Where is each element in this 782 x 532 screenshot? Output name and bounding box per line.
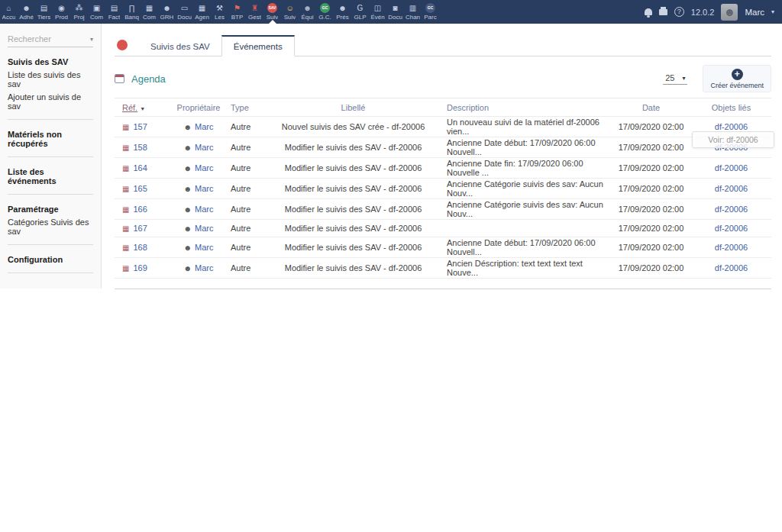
menu-item-prod[interactable]: ◉Prod [53, 0, 70, 24]
menu-item-agen[interactable]: ▦Agen [193, 0, 211, 24]
linked-object-link[interactable]: df-20006 [715, 205, 748, 214]
menu-item-btp[interactable]: ⚑BTP [228, 0, 246, 24]
sidebar-heading[interactable]: Matériels non récupérés [8, 130, 93, 148]
description-cell: Ancien Déscription: text text text text … [443, 258, 611, 279]
menu-item-équi[interactable]: ☻Équi [299, 0, 316, 24]
forklift-icon: ♜ [251, 3, 258, 13]
menu-item-label: Prod [55, 14, 68, 21]
chevron-down-icon[interactable]: ▾ [771, 8, 774, 15]
menu-item-accu[interactable]: ⌂Accu [0, 0, 18, 24]
search-input[interactable] [8, 34, 78, 44]
menu-item-adhé[interactable]: ☻Adhé [18, 0, 35, 24]
menu-item-label: GRH [160, 14, 174, 21]
sidebar-heading[interactable]: Suivis des SAV [8, 57, 93, 66]
menu-item-évén[interactable]: ◫Évén [369, 0, 386, 24]
event-ref-link[interactable]: 165 [133, 184, 147, 193]
owner-link[interactable]: Marc [195, 184, 213, 193]
sort-link[interactable]: Réf. [122, 103, 137, 112]
column-header[interactable]: Description [443, 98, 611, 117]
menu-item-chan[interactable]: ▥Chan [404, 0, 422, 24]
menu-item-com[interactable]: ▦Com [141, 0, 158, 24]
menu-item-proj[interactable]: ⁂Proj [70, 0, 88, 24]
date-cell: 17/09/2020 02:00 [611, 158, 691, 179]
column-header[interactable]: Réf.▼ [115, 98, 176, 117]
menu-item-label: Accu [2, 14, 16, 21]
menu-item-glp[interactable]: GGLP [351, 0, 369, 24]
menu-item-suiv[interactable]: SAVSuiv [263, 0, 281, 24]
event-ref-link[interactable]: 157 [133, 122, 147, 131]
linked-object-link[interactable]: df-20006 [715, 224, 748, 233]
event-ref-link[interactable]: 167 [133, 224, 147, 233]
column-header[interactable]: Date [611, 98, 691, 117]
menu-item-les[interactable]: ⚒Les [211, 0, 228, 24]
menu-item-gest[interactable]: ♜Gest [246, 0, 263, 24]
chevron-down-icon: ▾ [682, 75, 685, 82]
user-avatar[interactable]: ☻ [721, 4, 738, 21]
user-menu[interactable]: Marc [745, 8, 764, 17]
date-cell: 17/09/2020 02:00 [611, 137, 691, 158]
sidebar-item[interactable]: Ajouter un suivis de sav [8, 92, 93, 111]
tab-suivis-des-sav[interactable]: Suivis des SAV [139, 37, 221, 56]
menu-item-label: Com [90, 14, 103, 21]
print-icon[interactable] [659, 9, 667, 15]
owner-link[interactable]: Marc [195, 243, 213, 252]
event-ref-link[interactable]: 168 [133, 243, 147, 252]
sidebar-item[interactable]: Catégories Suivis des sav [8, 218, 93, 236]
sidebar-nav: Suivis des SAVListe des suivis des savAj… [8, 57, 93, 273]
menu-item-docu[interactable]: ◙Docu [386, 0, 404, 24]
table-footer-row [115, 279, 771, 289]
menu-item-com[interactable]: ▣Com [88, 0, 105, 24]
ref-cell: ▦169 [115, 258, 176, 279]
column-header[interactable]: Libellé [263, 98, 443, 117]
ref-cell: ▦157 [115, 117, 176, 137]
event-ref-link[interactable]: 164 [133, 163, 147, 172]
linked-object-link[interactable]: df-20006 [715, 263, 748, 272]
sav-badge-icon: SAV [267, 3, 277, 13]
sidebar-heading[interactable]: Liste des événements [8, 167, 93, 185]
helmet-user-icon: ☺ [286, 3, 293, 13]
linked-object-link[interactable]: df-20006 [715, 243, 748, 252]
search-dropdown-caret-icon[interactable]: ▾ [90, 36, 93, 43]
bank-icon: ∏ [128, 3, 134, 13]
page-size-select[interactable]: 25 ▾ [663, 73, 687, 85]
menu-item-docu[interactable]: ▭Docu [176, 0, 193, 24]
menu-item-fact[interactable]: ▤Fact [105, 0, 123, 24]
date-cell: 17/09/2020 02:00 [611, 258, 691, 279]
menu-item-grh[interactable]: ☻GRH [158, 0, 176, 24]
event-ref-link[interactable]: 169 [133, 263, 147, 272]
calendar-icon: ▦ [122, 164, 129, 172]
sidebar-heading[interactable]: Configuration [8, 255, 93, 264]
menu-item-prés[interactable]: ☻Prés [334, 0, 351, 24]
create-event-button[interactable]: + Créer événement [703, 65, 771, 92]
owner-link[interactable]: Marc [195, 143, 213, 152]
label-cell: Modifier le suivis des SAV - df-20006 [263, 237, 443, 258]
event-ref-link[interactable]: 166 [133, 205, 147, 214]
column-header[interactable]: Propriétaire [176, 98, 221, 117]
linked-object-link[interactable]: df-20006 [715, 163, 748, 172]
menu-item-tiers[interactable]: ▤Tiers [35, 0, 53, 24]
bell-icon[interactable] [645, 8, 652, 15]
help-icon[interactable]: ? [674, 7, 684, 17]
sidebar-item[interactable]: Liste des suivis des sav [8, 70, 93, 89]
description-cell: Ancienne Date début: 17/09/2020 06:00 No… [443, 137, 611, 158]
header-row: Réf.▼PropriétaireTypeLibelléDescriptionD… [115, 98, 771, 117]
menu-item-g.c.[interactable]: GCG.C. [316, 0, 334, 24]
column-header[interactable]: Objets liés [691, 98, 771, 117]
sidebar-heading[interactable]: Paramétrage [8, 205, 93, 214]
linked-object-link[interactable]: df-20006 [715, 184, 748, 193]
agenda-icon: ▦ [199, 3, 205, 13]
menu-item-parc[interactable]: GCParc [422, 0, 439, 24]
linked-object-link[interactable]: df-20006 [715, 122, 748, 131]
owner-link[interactable]: Marc [195, 263, 213, 272]
owner-cell: ☻Marc [176, 220, 221, 237]
project-icon: ⁂ [76, 3, 83, 13]
owner-link[interactable]: Marc [195, 163, 213, 172]
owner-link[interactable]: Marc [195, 122, 213, 131]
column-header[interactable]: Type [221, 98, 263, 117]
owner-link[interactable]: Marc [195, 205, 213, 214]
owner-link[interactable]: Marc [195, 224, 213, 233]
tab-événements[interactable]: Événements [221, 35, 295, 56]
menu-item-suiv[interactable]: ☺Suiv [281, 0, 299, 24]
event-ref-link[interactable]: 158 [133, 143, 147, 152]
menu-item-banq[interactable]: ∏Banq [123, 0, 141, 24]
